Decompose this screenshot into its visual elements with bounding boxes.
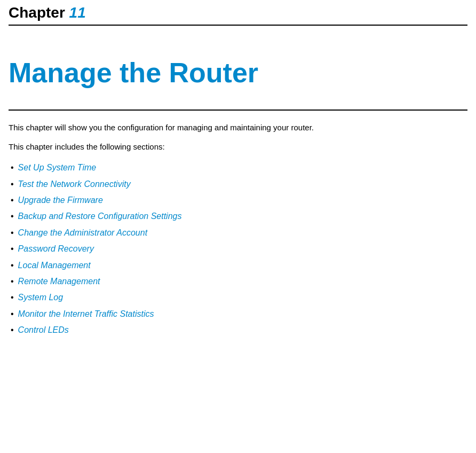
list-item[interactable]: Control LEDs bbox=[9, 322, 467, 338]
title-section: Manage the Router bbox=[9, 26, 467, 111]
list-item[interactable]: Backup and Restore Configuration Setting… bbox=[9, 208, 467, 224]
list-item[interactable]: Password Recovery bbox=[9, 241, 467, 257]
section-link[interactable]: Upgrade the Firmware bbox=[18, 196, 103, 205]
list-item[interactable]: Local Management bbox=[9, 257, 467, 274]
chapter-header: Chapter 11 bbox=[9, 0, 467, 26]
list-item[interactable]: Remote Management bbox=[9, 274, 467, 290]
list-item[interactable]: Set Up System Time bbox=[9, 160, 467, 176]
list-item[interactable]: Monitor the Internet Traffic Statistics bbox=[9, 306, 467, 322]
list-item[interactable]: System Log bbox=[9, 290, 467, 306]
list-item[interactable]: Change the Administrator Account bbox=[9, 225, 467, 241]
section-link[interactable]: Change the Administrator Account bbox=[18, 228, 148, 237]
sections-list: Set Up System TimeTest the Network Conne… bbox=[9, 160, 467, 338]
section-link[interactable]: Remote Management bbox=[18, 277, 100, 286]
section-link[interactable]: Backup and Restore Configuration Setting… bbox=[18, 212, 182, 221]
section-link[interactable]: Local Management bbox=[18, 261, 91, 270]
chapter-label: Chapter 11 bbox=[9, 4, 86, 21]
page-title: Manage the Router bbox=[9, 58, 467, 88]
list-item[interactable]: Upgrade the Firmware bbox=[9, 192, 467, 208]
section-link[interactable]: System Log bbox=[18, 293, 63, 302]
list-item[interactable]: Test the Network Connectivity bbox=[9, 176, 467, 192]
section-link[interactable]: Monitor the Internet Traffic Statistics bbox=[18, 309, 154, 318]
section-link[interactable]: Test the Network Connectivity bbox=[18, 179, 131, 189]
section-link[interactable]: Control LEDs bbox=[18, 325, 69, 334]
section-link[interactable]: Password Recovery bbox=[18, 244, 94, 253]
chapter-word: Chapter bbox=[9, 4, 65, 21]
section-link[interactable]: Set Up System Time bbox=[18, 163, 97, 172]
intro-line2: This chapter includes the following sect… bbox=[9, 140, 467, 153]
intro-line1: This chapter will show you the configura… bbox=[9, 121, 467, 134]
page-container: Chapter 11 Manage the Router This chapte… bbox=[0, 0, 476, 338]
chapter-number: 11 bbox=[69, 4, 86, 21]
